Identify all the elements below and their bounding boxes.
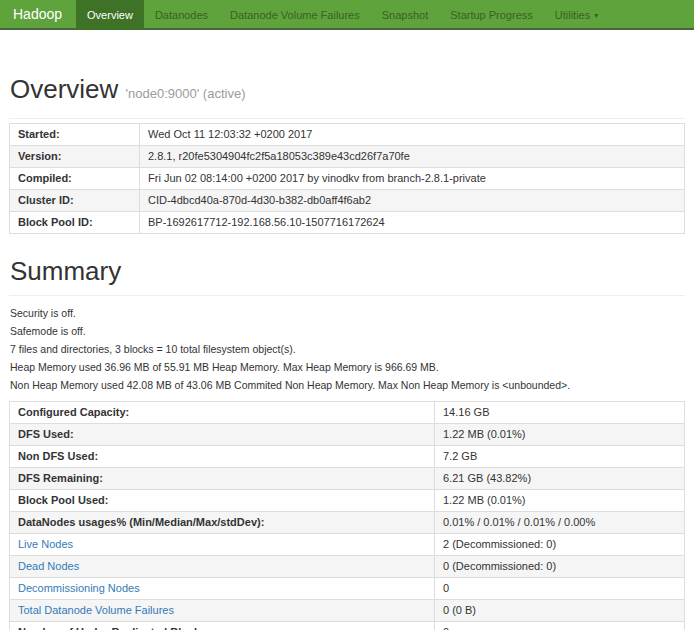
row-value: 0.01% / 0.01% / 0.01% / 0.00% xyxy=(435,512,685,534)
row-label: Compiled: xyxy=(10,168,140,190)
row-value: 2.8.1, r20fe5304904fc2f5a18053c389e43cd2… xyxy=(140,146,685,168)
row-label: Version: xyxy=(10,146,140,168)
nav-item[interactable]: Startup Progress ▾ xyxy=(439,0,544,28)
table-row: Version: 2.8.1, r20fe5304904fc2f5a18053c… xyxy=(10,146,685,168)
row-label: Block Pool Used: xyxy=(10,490,435,512)
table-row: DFS Remaining: 6.21 GB (43.82%) xyxy=(10,468,685,490)
nav-item[interactable]: Overview ▾ xyxy=(76,0,144,28)
row-value: 0 xyxy=(435,622,685,630)
summary-note: Security is off. xyxy=(10,308,685,319)
row-value: 2 (Decommissioned: 0) xyxy=(435,534,685,556)
overview-heading: Overview xyxy=(10,74,118,104)
row-value: 14.16 GB xyxy=(435,402,685,424)
row-label-text: Non DFS Used: xyxy=(18,450,98,462)
row-label: Non DFS Used: xyxy=(10,446,435,468)
row-label-text: DataNodes usages% (Min/Median/Max/stdDev… xyxy=(18,516,264,528)
summary-note: Heap Memory used 36.96 MB of 55.91 MB He… xyxy=(10,362,685,373)
nav-item-label: Datanodes xyxy=(155,9,208,21)
row-value: 0 (0 B) xyxy=(435,600,685,622)
row-value: 1.22 MB (0.01%) xyxy=(435,424,685,446)
row-label: Dead Nodes xyxy=(10,556,435,578)
row-label-text[interactable]: Total Datanode Volume Failures xyxy=(18,604,174,616)
row-value: 7.2 GB xyxy=(435,446,685,468)
row-value: 1.22 MB (0.01%) xyxy=(435,490,685,512)
hadoop-brand[interactable]: Hadoop xyxy=(0,0,76,28)
namenode-address-label: 'node0:9000' (active) xyxy=(126,86,246,101)
row-label-text: Number of Under-Replicated Blocks xyxy=(18,626,206,630)
row-label-text[interactable]: Live Nodes xyxy=(18,538,73,550)
row-label: Configured Capacity: xyxy=(10,402,435,424)
nav-item-label: Startup Progress xyxy=(450,9,533,21)
summary-note: Non Heap Memory used 42.08 MB of 43.06 M… xyxy=(10,380,685,391)
summary-notes: Security is off. Safemode is off. 7 file… xyxy=(10,308,685,391)
row-label-text: DFS Remaining: xyxy=(18,472,103,484)
nav-item[interactable]: Datanode Volume Failures ▾ xyxy=(219,0,371,28)
row-label: Cluster ID: xyxy=(10,190,140,212)
nav-item[interactable]: Datanodes ▾ xyxy=(144,0,219,28)
table-row: Compiled: Fri Jun 02 08:14:00 +0200 2017… xyxy=(10,168,685,190)
row-label: Block Pool ID: xyxy=(10,212,140,234)
table-row: DFS Used: 1.22 MB (0.01%) xyxy=(10,424,685,446)
table-row: Configured Capacity: 14.16 GB xyxy=(10,402,685,424)
table-row: Started: Wed Oct 11 12:03:32 +0200 2017 xyxy=(10,124,685,146)
chevron-down-icon: ▾ xyxy=(594,11,598,20)
row-label-text: Block Pool Used: xyxy=(18,494,108,506)
row-label: Decommissioning Nodes xyxy=(10,578,435,600)
table-row: Non DFS Used: 7.2 GB xyxy=(10,446,685,468)
table-row: Cluster ID: CID-4dbcd40a-870d-4d30-b382-… xyxy=(10,190,685,212)
table-row: Live Nodes 2 (Decommissioned: 0) xyxy=(10,534,685,556)
row-value: 6.21 GB (43.82%) xyxy=(435,468,685,490)
row-label-text: DFS Used: xyxy=(18,428,74,440)
row-label: Number of Under-Replicated Blocks xyxy=(10,622,435,630)
row-label: DFS Used: xyxy=(10,424,435,446)
navbar: Hadoop Overview ▾ Datanodes ▾ Datanode V… xyxy=(0,0,694,30)
summary-note: 7 files and directories, 3 blocks = 10 t… xyxy=(10,344,685,355)
row-label-text: Configured Capacity: xyxy=(18,406,129,418)
row-value: Wed Oct 11 12:03:32 +0200 2017 xyxy=(140,124,685,146)
table-row: Block Pool Used: 1.22 MB (0.01%) xyxy=(10,490,685,512)
summary-note: Safemode is off. xyxy=(10,326,685,337)
row-label: Started: xyxy=(10,124,140,146)
nav-item-label: Utilities xyxy=(555,9,590,21)
table-row: Decommissioning Nodes 0 xyxy=(10,578,685,600)
row-value: Fri Jun 02 08:14:00 +0200 2017 by vinodk… xyxy=(140,168,685,190)
table-row: DataNodes usages% (Min/Median/Max/stdDev… xyxy=(10,512,685,534)
nav-item-label: Snapshot xyxy=(382,9,428,21)
row-value: 0 xyxy=(435,578,685,600)
nav-item-label: Datanode Volume Failures xyxy=(230,9,360,21)
summary-table: Configured Capacity: 14.16 GB DFS Used: … xyxy=(9,401,685,630)
row-label-text[interactable]: Dead Nodes xyxy=(18,560,79,572)
content: Overview 'node0:9000' (active) Started: … xyxy=(0,74,694,630)
table-row: Dead Nodes 0 (Decommissioned: 0) xyxy=(10,556,685,578)
row-label: DFS Remaining: xyxy=(10,468,435,490)
row-label: DataNodes usages% (Min/Median/Max/stdDev… xyxy=(10,512,435,534)
divider xyxy=(9,295,685,296)
divider xyxy=(9,118,685,119)
table-row: Total Datanode Volume Failures 0 (0 B) xyxy=(10,600,685,622)
nav-item[interactable]: Snapshot ▾ xyxy=(371,0,439,28)
table-row: Number of Under-Replicated Blocks 0 xyxy=(10,622,685,630)
row-label: Live Nodes xyxy=(10,534,435,556)
table-row: Block Pool ID: BP-1692617712-192.168.56.… xyxy=(10,212,685,234)
page-title: Overview 'node0:9000' (active) xyxy=(10,74,685,109)
nav-menu: Overview ▾ Datanodes ▾ Datanode Volume F… xyxy=(76,0,609,28)
overview-info-table: Started: Wed Oct 11 12:03:32 +0200 2017 … xyxy=(9,123,685,234)
nav-item[interactable]: Utilities ▾ xyxy=(544,0,609,28)
row-value: BP-1692617712-192.168.56.10-150771617262… xyxy=(140,212,685,234)
summary-heading: Summary xyxy=(10,256,685,286)
row-label: Total Datanode Volume Failures xyxy=(10,600,435,622)
row-value: CID-4dbcd40a-870d-4d30-b382-db0aff4f6ab2 xyxy=(140,190,685,212)
nav-item-label: Overview xyxy=(87,9,133,21)
row-label-text[interactable]: Decommissioning Nodes xyxy=(18,582,140,594)
row-value: 0 (Decommissioned: 0) xyxy=(435,556,685,578)
